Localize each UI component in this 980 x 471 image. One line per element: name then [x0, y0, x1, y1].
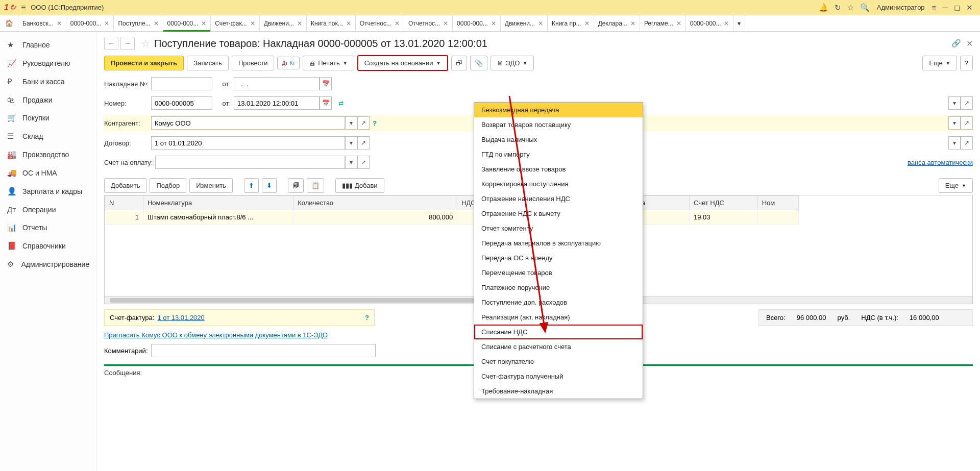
number-date-input[interactable]	[234, 96, 320, 110]
sidebar-item-5[interactable]: ☰Склад	[0, 127, 96, 145]
dropdown-item-12[interactable]: Платежное поручение	[474, 280, 643, 295]
table-more-button[interactable]: Еще ▼	[939, 178, 973, 193]
tab-0[interactable]: Банковск...✕	[18, 15, 66, 31]
attach-button[interactable]: 📎	[470, 56, 487, 70]
number-input[interactable]	[151, 96, 212, 110]
sidebar-item-1[interactable]: 📈Руководителю	[0, 54, 96, 72]
calc-dropdown[interactable]: ▾	[948, 136, 961, 150]
dropdown-item-1[interactable]: Возврат товаров поставщику	[474, 117, 643, 132]
dropdown-item-4[interactable]: Заявление о ввозе товаров	[474, 162, 643, 177]
col-nomen[interactable]: Номенклатура	[143, 196, 293, 210]
dropdown-item-15[interactable]: Списание НДС	[474, 325, 643, 339]
tab-1[interactable]: 0000-000...✕	[66, 15, 114, 31]
dropdown-item-3[interactable]: ГТД по импорту	[474, 147, 643, 162]
contract-dropdown[interactable]: ▾	[345, 136, 357, 150]
warehouse-open[interactable]: ↗	[961, 116, 973, 130]
record-button[interactable]: Записать	[187, 56, 229, 70]
bill-input[interactable]	[155, 156, 345, 169]
counterparty-dropdown[interactable]: ▾	[345, 116, 357, 130]
status-icon[interactable]: ⇄	[335, 96, 347, 110]
tab-close-icon[interactable]: ✕	[201, 20, 206, 27]
tab-close-icon[interactable]: ✕	[724, 20, 729, 27]
tab-close-icon[interactable]: ✕	[104, 20, 109, 27]
menu-icon[interactable]: ≡	[21, 3, 26, 12]
favorite-icon[interactable]: ☆	[141, 37, 150, 49]
tab-close-icon[interactable]: ✕	[491, 20, 496, 27]
col-nom[interactable]: Ном	[757, 196, 798, 210]
add-barcode-button[interactable]: ▮▮▮ Добави	[335, 178, 384, 193]
more-button[interactable]: Еще ▼	[922, 56, 957, 70]
paste-button[interactable]: 📋	[307, 178, 324, 193]
dropdown-item-8[interactable]: Отчет комитенту	[474, 221, 643, 236]
dropdown-item-7[interactable]: Отражение НДС к вычету	[474, 206, 643, 221]
tab-4[interactable]: Счет-фак...✕	[211, 15, 259, 31]
tab-overflow[interactable]: ▾	[733, 15, 745, 31]
tab-12[interactable]: Деклара...✕	[594, 15, 640, 31]
post-and-close-button[interactable]: Провести и закрыть	[104, 56, 184, 70]
close-window-icon[interactable]: ✕	[966, 3, 973, 12]
dropdown-item-10[interactable]: Передача ОС в аренду	[474, 251, 643, 265]
col-acc-nds[interactable]: Счет НДС	[689, 196, 757, 210]
dropdown-item-2[interactable]: Выдача наличных	[474, 132, 643, 147]
tab-11[interactable]: Книга пр...✕	[548, 15, 594, 31]
sidebar-item-9[interactable]: ДтОперации	[0, 201, 96, 218]
dropdown-item-0[interactable]: Безвозмездная передача	[474, 103, 643, 117]
tab-close-icon[interactable]: ✕	[57, 20, 62, 27]
auto-advance-link[interactable]: ванса автоматически	[908, 159, 973, 166]
col-qty[interactable]: Количество	[293, 196, 457, 210]
tab-close-icon[interactable]: ✕	[584, 20, 590, 27]
move-down-button[interactable]: ⬇	[262, 178, 277, 193]
forward-button[interactable]: →	[120, 37, 135, 50]
org-open[interactable]: ↗	[961, 96, 973, 110]
sidebar-item-11[interactable]: 📕Справочники	[0, 237, 96, 255]
minimize-icon[interactable]: ─	[942, 3, 948, 12]
move-up-button[interactable]: ⬆	[244, 178, 259, 193]
help-button[interactable]: ?	[960, 56, 973, 70]
bill-dropdown[interactable]: ▾	[345, 156, 357, 169]
invoice-date-input[interactable]	[234, 77, 320, 90]
tab-13[interactable]: Регламе...✕	[640, 15, 686, 31]
dropdown-item-11[interactable]: Перемещение товаров	[474, 265, 643, 280]
copy-button[interactable]: 🗐	[288, 178, 304, 193]
tab-close-icon[interactable]: ✕	[538, 20, 543, 27]
tab-2[interactable]: Поступле...✕	[114, 15, 163, 31]
dropdown-item-17[interactable]: Счет покупателю	[474, 354, 643, 369]
dropdown-item-16[interactable]: Списание с расчетного счета	[474, 339, 643, 354]
dt-kt-button[interactable]: ДтКт	[277, 57, 300, 69]
tab-close-icon[interactable]: ✕	[154, 20, 159, 27]
dropdown-item-6[interactable]: Отражение начисления НДС	[474, 191, 643, 206]
contract-input[interactable]	[151, 136, 345, 150]
tab-6[interactable]: Книга пок...✕	[307, 15, 356, 31]
bell-icon[interactable]: 🔔	[819, 3, 828, 12]
calc-open[interactable]: ↗	[961, 136, 973, 150]
tab-8[interactable]: Отчетнос...✕	[404, 15, 453, 31]
sidebar-item-4[interactable]: 🛒Покупки	[0, 109, 96, 127]
comment-input[interactable]	[151, 344, 376, 357]
add-row-button[interactable]: Добавить	[104, 178, 146, 193]
counterparty-input[interactable]	[151, 116, 345, 130]
col-n[interactable]: N	[105, 196, 143, 210]
post-button[interactable]: Провести	[232, 56, 275, 70]
dropdown-item-13[interactable]: Поступление доп. расходов	[474, 295, 643, 310]
calendar-icon-2[interactable]: 📅	[320, 96, 332, 110]
warehouse-dropdown[interactable]: ▾	[948, 116, 961, 130]
sidebar-item-6[interactable]: 🏭Производство	[0, 145, 96, 164]
close-page-icon[interactable]: ✕	[966, 39, 973, 48]
star-icon[interactable]: ☆	[847, 3, 854, 12]
dropdown-item-19[interactable]: Требование-накладная	[474, 384, 643, 399]
tab-5[interactable]: Движени...✕	[260, 15, 307, 31]
tab-close-icon[interactable]: ✕	[676, 20, 681, 27]
pick-button[interactable]: Подбор	[150, 178, 186, 193]
history-icon[interactable]: ↻	[835, 3, 841, 12]
dropdown-item-5[interactable]: Корректировка поступления	[474, 177, 643, 191]
sidebar-item-12[interactable]: ⚙Администрирование	[0, 255, 96, 274]
sidebar-item-10[interactable]: 📊Отчеты	[0, 218, 96, 237]
edo-button[interactable]: 🗎 ЭДО ▼	[491, 56, 534, 70]
tab-9[interactable]: 0000-000...✕	[453, 15, 501, 31]
tab-close-icon[interactable]: ✕	[250, 20, 255, 27]
tab-3[interactable]: 0000-000...✕	[163, 15, 211, 31]
counterparty-help-icon[interactable]: ?	[373, 119, 377, 127]
print-button[interactable]: 🖨 Печать ▼	[303, 56, 354, 70]
tab-close-icon[interactable]: ✕	[346, 20, 351, 27]
tab-close-icon[interactable]: ✕	[395, 20, 400, 27]
